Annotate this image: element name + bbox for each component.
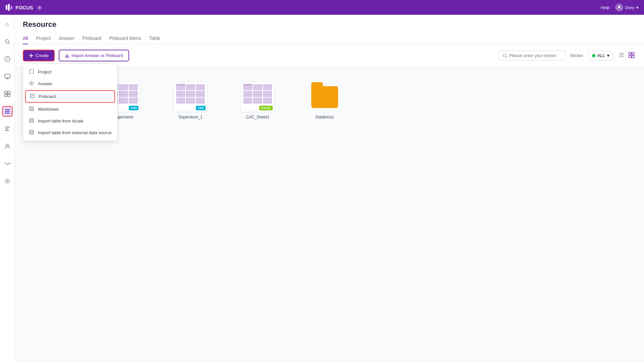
dropdown-item-import-locale[interactable]: Import table from locale	[23, 115, 117, 127]
main-layout: ⌂ ? Resource	[0, 15, 644, 362]
search-input[interactable]	[509, 53, 556, 58]
svg-point-3	[618, 6, 620, 8]
pinboard-icon	[29, 94, 35, 99]
project-icon	[29, 69, 35, 75]
svg-text:?: ?	[6, 57, 8, 61]
svg-rect-43	[30, 130, 34, 134]
badge-csv-superstore1: CSV	[196, 106, 206, 110]
dropdown-item-project[interactable]: Project	[23, 66, 117, 78]
sticker-dot	[592, 54, 595, 57]
search-box[interactable]	[499, 51, 566, 60]
svg-rect-12	[8, 91, 10, 94]
sidebar-item-resource[interactable]	[2, 106, 13, 117]
svg-rect-13	[5, 94, 7, 97]
import-button[interactable]: Import Answer or Pinboard	[59, 50, 129, 61]
svg-rect-17	[5, 113, 10, 113]
sidebar-item-grid[interactable]	[2, 89, 13, 99]
item-card-cac-sheet1: Import▤ EXCEL	[241, 82, 274, 112]
svg-rect-1	[8, 4, 10, 11]
svg-rect-16	[5, 111, 10, 112]
tab-pinboard-menu[interactable]: Pinboard Menu	[109, 33, 141, 44]
tab-answer[interactable]: Answer	[59, 33, 74, 44]
svg-rect-38	[30, 118, 34, 122]
svg-rect-19	[5, 128, 8, 129]
sidebar-item-monitor[interactable]	[2, 71, 13, 82]
sidebar-item-home[interactable]: ⌂	[2, 19, 13, 30]
item-name-datafocus: Datafocus	[316, 115, 334, 119]
user-menu[interactable]: Dory ▾	[615, 3, 639, 11]
dropdown-menu: Project Answer Pinboard	[23, 64, 117, 141]
answer-icon	[29, 81, 35, 87]
import-locale-icon	[29, 118, 35, 124]
dropdown-item-answer[interactable]: Answer	[23, 78, 117, 90]
svg-rect-50	[619, 53, 624, 54]
view-icons	[617, 51, 636, 61]
sidebar-item-user[interactable]	[2, 141, 13, 152]
page-header: Resource All Project Answer Pinboard Pin…	[15, 15, 644, 44]
sidebar-item-help[interactable]: ?	[2, 54, 13, 64]
dropdown-item-import-external[interactable]: Import table from external data source	[23, 127, 117, 139]
tab-table[interactable]: Table	[149, 33, 160, 44]
svg-rect-53	[629, 52, 631, 55]
file-grid-cac-sheet1	[243, 84, 272, 104]
create-icon	[29, 53, 34, 58]
svg-rect-55	[629, 55, 631, 58]
svg-rect-14	[8, 94, 10, 97]
topbar: FOCUS ⊕ Help Dory ▾	[0, 0, 644, 15]
sidebar-item-wave[interactable]	[2, 158, 13, 169]
resource-item-datafocus[interactable]: Datafocus	[291, 75, 358, 126]
sidebar: ⌂ ?	[0, 15, 15, 362]
svg-rect-0	[6, 5, 7, 10]
resource-item-superstore1[interactable]: Import▤ CSV Superstore_1	[157, 75, 224, 126]
badge-csv-superstore: CSV	[129, 106, 139, 110]
topbar-right: Help Dory ▾	[601, 3, 639, 11]
svg-rect-33	[30, 107, 34, 111]
svg-rect-8	[5, 74, 10, 78]
sticker-select[interactable]: ALL ▾	[588, 51, 613, 60]
svg-line-49	[505, 56, 507, 58]
svg-rect-18	[5, 127, 10, 127]
svg-rect-56	[632, 55, 634, 58]
svg-rect-52	[619, 56, 624, 57]
svg-point-28	[31, 83, 32, 84]
sidebar-item-list[interactable]	[2, 123, 13, 134]
tab-all[interactable]: All	[23, 33, 28, 44]
svg-rect-26	[30, 69, 34, 73]
list-view-icon[interactable]	[617, 51, 626, 61]
tabs: All Project Answer Pinboard Pinboard Men…	[23, 33, 636, 44]
svg-line-5	[8, 43, 10, 44]
svg-rect-51	[619, 55, 624, 55]
toolbar: Create Import Answer or Pinboard Project	[15, 44, 644, 67]
logo-icon	[5, 4, 13, 11]
folder-shape	[311, 86, 338, 108]
file-grid-superstore1	[176, 84, 205, 104]
add-tab-icon[interactable]: ⊕	[37, 4, 42, 11]
svg-rect-11	[5, 91, 7, 94]
svg-rect-54	[632, 52, 634, 55]
folder-icon-datafocus	[308, 82, 341, 112]
avatar	[615, 3, 623, 11]
app-logo: FOCUS	[5, 4, 33, 11]
sidebar-item-search[interactable]	[2, 36, 13, 47]
import-external-icon	[29, 130, 35, 136]
sticker-label: Sticker:	[570, 53, 584, 58]
create-button[interactable]: Create	[23, 50, 55, 61]
toolbar-right: Sticker: ALL ▾	[499, 51, 636, 61]
dropdown-item-worksheet[interactable]: Worksheet	[23, 103, 117, 115]
tab-pinboard[interactable]: Pinboard	[83, 33, 101, 44]
resource-item-cac-sheet1[interactable]: Import▤ EXCEL CAC_Sheet1	[224, 75, 291, 126]
svg-rect-20	[5, 130, 9, 131]
tab-project[interactable]: Project	[36, 33, 51, 44]
item-card-superstore1: Import▤ CSV	[174, 82, 207, 112]
help-link[interactable]: Help	[601, 5, 610, 10]
topbar-left: FOCUS ⊕	[5, 4, 42, 11]
search-icon	[502, 53, 507, 58]
dropdown-item-pinboard[interactable]: Pinboard	[25, 90, 115, 103]
page-title: Resource	[23, 20, 636, 29]
grid-view-icon[interactable]	[627, 51, 636, 61]
svg-rect-2	[10, 6, 12, 9]
svg-point-21	[6, 144, 8, 147]
worksheet-icon	[29, 106, 35, 112]
sidebar-item-settings[interactable]	[2, 176, 13, 187]
import-icon	[65, 53, 69, 58]
